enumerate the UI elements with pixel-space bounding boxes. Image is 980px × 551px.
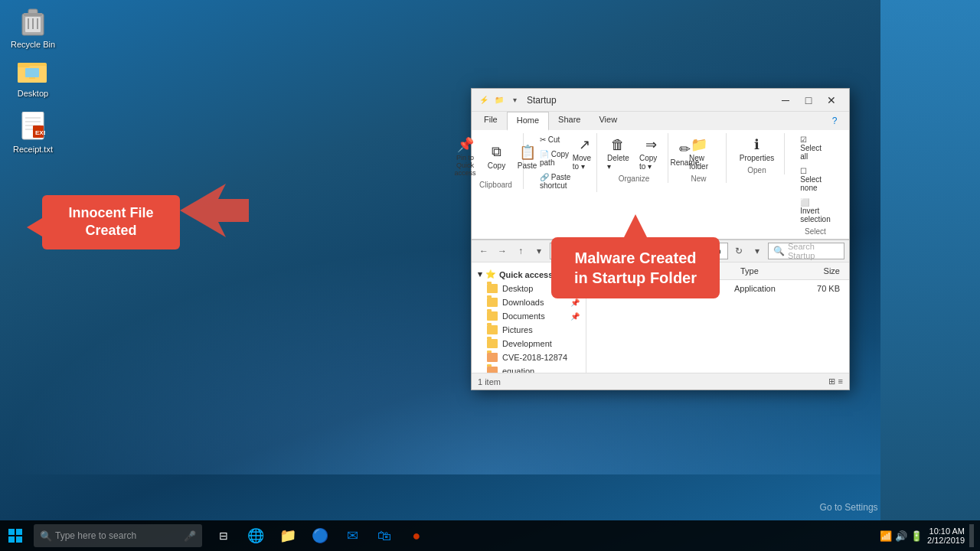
recent-locations-button[interactable]: ▾ [531,243,547,259]
svg-rect-10 [25,68,39,77]
close-button[interactable]: ✕ [820,91,843,109]
quick-access-chevron: ▾ [478,269,482,279]
select-group: ☑ Select all ☐ Select none ⬜ Invert sele… [797,133,843,236]
move-label: Move to ▾ [573,154,597,171]
titlebar-nav-icons: ⚡ 📁 ▾ [478,94,521,106]
forward-button[interactable]: → [495,243,510,259]
file-explorer-taskbar-button[interactable]: 📁 [273,520,303,551]
battery-tray-icon[interactable]: 🔋 [910,530,923,542]
move-to-button[interactable]: ↗ Move to ▾ [569,133,601,173]
sidebar-item-equation[interactable]: equation [472,364,586,373]
quick-access-icon[interactable]: ⚡ [478,94,490,106]
folder-icon-small[interactable]: 📁 [493,94,505,106]
header-type[interactable]: Type [734,265,803,277]
sidebar-item-development[interactable]: Development [472,337,586,350]
back-button[interactable]: ← [476,243,492,259]
invert-selection-button[interactable]: ⬜ Invert selection [796,196,834,226]
up-button[interactable]: ↑ [513,243,528,259]
sidebar-item-cve[interactable]: CVE-2018-12874 [472,350,586,364]
new-buttons: 📁 Newfolder [685,133,713,173]
header-size[interactable]: Size [803,265,849,277]
refresh-button[interactable]: ↻ [731,243,746,259]
ribbon-tab-home[interactable]: Home [507,112,549,131]
edge-button[interactable]: 🌐 [240,520,271,551]
select-all-button[interactable]: ☑ Select all [796,133,834,163]
view-toggle: ⊞ ≡ [828,377,843,386]
ribbon: File Home Share View ? 📌 Pin to Quickacc… [472,112,849,240]
sidebar-item-documents[interactable]: Documents 📌 [472,309,586,323]
quick-access-text: Quick access [499,270,553,279]
minimize-button[interactable]: ─ [774,91,797,109]
receipt-label: Receipt.txt [13,145,53,155]
sidebar-downloads-label: Downloads [502,298,544,307]
chrome-button[interactable]: 🔵 [305,520,335,551]
right-panel [880,0,980,520]
delete-button[interactable]: 🗑 Delete ▾ [604,133,632,173]
pin-quick-access-button[interactable]: 📌 Pin to Quickaccess [451,133,480,179]
sidebar-documents-label: Documents [502,311,545,321]
ribbon-tab-view[interactable]: View [590,112,626,130]
sidebar-development-label: Development [502,339,552,348]
select-label: Select [805,227,826,236]
select-none-button[interactable]: ☐ Select none [796,165,834,194]
clipboard-group: 📌 Pin to Quickaccess ⧉ Copy 📋 Paste Clip… [478,133,524,189]
recycle-bin-label: Recycle Bin [11,40,55,50]
svg-rect-27 [16,529,22,535]
paste-shortcut-button[interactable]: 🔗 Paste shortcut [536,171,587,192]
svg-rect-11 [29,77,35,79]
open-buttons: ℹ Properties [736,133,779,165]
address-nav-button[interactable]: ▾ [750,243,765,259]
desktop-folder-img [18,55,48,86]
time-display: 10:10 AM [929,527,965,536]
date-display: 2/12/2019 [927,536,965,545]
details-view-button[interactable]: ⊞ [828,377,835,386]
ribbon-tab-file[interactable]: File [475,112,507,130]
show-desktop-button[interactable] [969,524,974,547]
innocent-file-bubble: Innocent File Created [42,195,180,249]
pin-label: Pin to Quickaccess [455,154,476,177]
network-tray-icon[interactable]: 📶 [880,530,892,542]
cve-folder-icon [487,353,498,362]
copy-button[interactable]: ⧉ Copy [483,141,511,172]
new-folder-button[interactable]: 📁 Newfolder [685,133,713,173]
item-count: 1 item [478,377,501,386]
copy-label: Copy [488,161,505,170]
arrow-icon[interactable]: ▾ [508,94,521,106]
arrow-indicator [180,184,249,237]
store-button[interactable]: 🛍 [369,520,400,551]
taskbar-search-input[interactable] [55,530,178,541]
search-icon: 🔍 [773,246,785,256]
clipboard-buttons: 📌 Pin to Quickaccess ⧉ Copy 📋 Paste [451,133,541,179]
pin-indicator-doc: 📌 [570,312,580,321]
taskbar: 🔍 🎤 ⊟ 🌐 📁 🔵 ✉ 🛍 ● 📶 🔊 🔋 10:10 AM 2/12/20… [0,520,980,551]
recycle-bin-img [18,6,48,37]
desktop-folder-icon[interactable]: Desktop [6,55,60,99]
list-view-button[interactable]: ≡ [838,377,843,386]
sidebar-item-pictures[interactable]: Pictures [472,323,586,337]
receipt-icon[interactable]: EXE Receipt.txt [6,111,60,155]
recycle-bin-icon[interactable]: Recycle Bin [6,6,60,50]
taskbar-app-icons: ⊟ 🌐 📁 🔵 ✉ 🛍 ● [208,520,432,551]
mail-button[interactable]: ✉ [337,520,368,551]
app5-button[interactable]: ● [401,520,432,551]
properties-button[interactable]: ℹ Properties [736,133,779,165]
select-buttons: ☑ Select all ☐ Select none ⬜ Invert sele… [796,133,834,226]
sidebar-cve-label: CVE-2018-12874 [502,353,567,362]
titlebar: ⚡ 📁 ▾ Startup ─ □ ✕ [472,89,849,112]
ribbon-help-button[interactable]: ? [823,112,846,130]
explorer-title: Startup [527,95,774,106]
taskbar-search-icon: 🔍 [40,530,52,542]
svg-marker-19 [180,184,249,237]
innocent-file-text: Innocent File Created [68,205,153,238]
clock[interactable]: 10:10 AM 2/12/2019 [927,527,965,545]
maximize-button[interactable]: □ [797,91,820,109]
task-view-button[interactable]: ⊟ [208,520,239,551]
svg-rect-9 [18,63,30,67]
copy-to-button[interactable]: ⇒ Copy to ▾ [635,133,667,173]
volume-tray-icon[interactable]: 🔊 [895,530,907,542]
start-button[interactable] [0,520,31,551]
search-box[interactable]: 🔍 Search Startup [768,243,844,259]
documents-folder-icon [487,311,498,321]
taskbar-search[interactable]: 🔍 🎤 [34,524,202,547]
ribbon-tab-share[interactable]: Share [549,112,590,130]
